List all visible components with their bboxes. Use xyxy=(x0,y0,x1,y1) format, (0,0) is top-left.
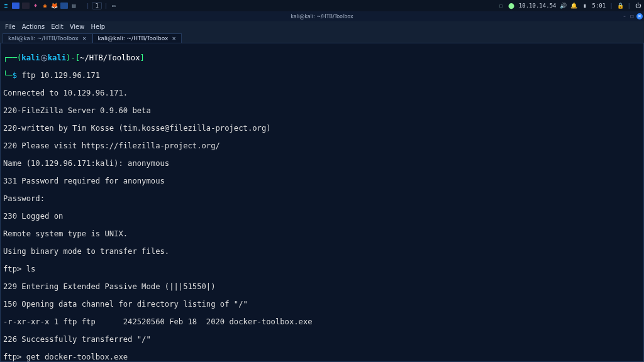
prompt-line2-lead: └─ xyxy=(3,71,13,80)
editor-icon[interactable]: ♦ xyxy=(32,3,39,9)
prompt-at: ㉿ xyxy=(40,53,48,62)
terminal-line: Connected to 10.129.96.171. xyxy=(3,89,641,97)
terminal-line: ftp> ls xyxy=(3,265,641,273)
menu-edit[interactable]: Edit xyxy=(51,23,63,30)
prompt-user: kali xyxy=(21,53,40,62)
prompt-dollar: $ xyxy=(13,71,22,80)
terminal-tab[interactable]: kali@kali: ~/HTB/Toolbox ✕ xyxy=(92,33,182,43)
panel-divider: | xyxy=(86,3,89,9)
code-icon[interactable] xyxy=(60,3,68,9)
terminal-line: 331 Password required for anonymous xyxy=(3,177,641,185)
terminal-tab-bar: kali@kali: ~/HTB/Toolbox ✕ kali@kali: ~/… xyxy=(0,31,644,43)
terminal-line: ftp> get docker-toolbox.exe xyxy=(3,353,641,361)
terminal-line: Name (10.129.96.171:kali): anonymous xyxy=(3,159,641,168)
menu-help[interactable]: Help xyxy=(91,23,105,30)
tab-close-icon[interactable]: ✕ xyxy=(172,36,176,41)
menu-file[interactable]: File xyxy=(5,23,16,30)
terminal-tab[interactable]: kali@kali: ~/HTB/Toolbox ✕ xyxy=(3,33,92,43)
notifications-icon[interactable]: 🔔 xyxy=(570,3,577,9)
terminal-menu-bar: File Actions Edit View Help xyxy=(0,21,644,31)
terminal-output[interactable]: ┌──(kali㉿kali)-[~/HTB/Toolbox] └─$ ftp 1… xyxy=(0,43,644,362)
terminal-icon[interactable] xyxy=(22,3,30,9)
prompt-rparen: )-[ xyxy=(66,53,80,62)
workspace-indicator[interactable]: 1 xyxy=(92,2,101,9)
burp-icon[interactable]: ◉ xyxy=(42,3,48,9)
vpn-status-icon[interactable]: ⬤ xyxy=(508,3,515,9)
screenshot-tray-icon[interactable]: ☐ xyxy=(497,3,504,9)
desktop-top-panel: ≡ ♦ ◉ 🦊 ▤ | 1 | ▭ ☐ ⬤ 10.10.14.54 🔊 🔔 ▮ … xyxy=(0,0,644,11)
show-desktop-icon[interactable]: ▭ xyxy=(110,3,117,9)
battery-icon[interactable]: ▮ xyxy=(581,3,588,9)
kali-menu-icon[interactable]: ≡ xyxy=(3,3,9,9)
menu-actions[interactable]: Actions xyxy=(22,23,45,30)
terminal-line: 226 Successfully transferred "/" xyxy=(3,335,641,344)
panel-divider: | xyxy=(104,3,108,9)
terminal-line: -r-xr-xr-x 1 ftp ftp 242520560 Feb 18 20… xyxy=(3,317,641,326)
volume-icon[interactable]: 🔊 xyxy=(560,3,567,9)
terminal-line: Using binary mode to transfer files. xyxy=(3,247,641,256)
panel-divider: | xyxy=(609,3,613,9)
menu-view[interactable]: View xyxy=(70,23,85,30)
power-icon[interactable]: ⏻ xyxy=(635,3,641,9)
files-icon[interactable] xyxy=(12,3,19,9)
lock-icon[interactable]: 🔒 xyxy=(617,3,624,9)
window-minimize-button[interactable]: – xyxy=(621,13,628,19)
terminal-line: 220-FileZilla Server 0.9.60 beta xyxy=(3,106,641,115)
panel-divider: | xyxy=(628,3,631,9)
prompt-rbracket: ] xyxy=(140,53,144,62)
tab-close-icon[interactable]: ✕ xyxy=(82,36,87,41)
prompt-lparen: ┌──( xyxy=(3,53,21,62)
terminal-line: 150 Opening data channel for directory l… xyxy=(3,300,641,309)
window-title: kali@kali: ~/HTB/Toolbox xyxy=(291,14,353,19)
prompt-cwd: ~/HTB/Toolbox xyxy=(80,53,140,62)
window-title-bar: kali@kali: ~/HTB/Toolbox – ◻ ✕ xyxy=(0,11,644,21)
command-text: ftp 10.129.96.171 xyxy=(21,71,100,80)
window-close-button[interactable]: ✕ xyxy=(636,13,643,19)
terminal-line: 220 Please visit https://filezilla-proje… xyxy=(3,141,641,150)
tab-label: kali@kali: ~/HTB/Toolbox xyxy=(8,35,79,41)
tab-label: kali@kali: ~/HTB/Toolbox xyxy=(98,35,169,41)
clock[interactable]: 5:01 xyxy=(592,3,606,9)
terminal-line: 229 Entering Extended Passive Mode (|||5… xyxy=(3,282,641,291)
window-maximize-button[interactable]: ◻ xyxy=(629,13,635,19)
prompt-host: kali xyxy=(48,53,66,62)
terminal-line: 220-written by Tim Kosse (tim.kosse@file… xyxy=(3,124,641,133)
firefox-icon[interactable]: 🦊 xyxy=(51,3,58,9)
terminal-line: Remote system type is UNIX. xyxy=(3,229,641,238)
workspace-icon[interactable]: ▤ xyxy=(70,3,77,9)
vpn-ip: 10.10.14.54 xyxy=(519,3,557,9)
terminal-line: 230 Logged on xyxy=(3,212,641,221)
terminal-line: Password: xyxy=(3,194,641,203)
